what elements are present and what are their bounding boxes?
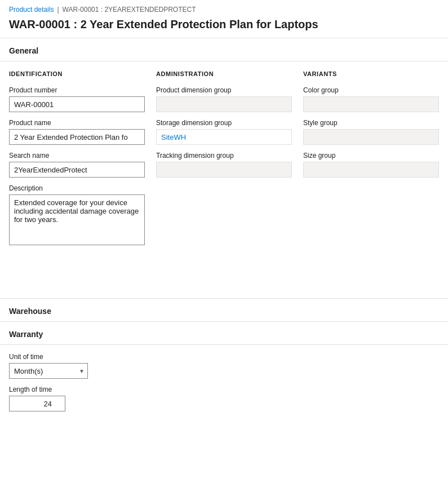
warranty-section: Warranty Unit of time Month(s) Year(s) D… bbox=[0, 321, 448, 430]
description-textarea[interactable]: Extended coverage for your device includ… bbox=[9, 194, 145, 245]
description-label: Description bbox=[9, 184, 145, 192]
variants-column: VARIANTS Color group Style group Size gr… bbox=[303, 70, 439, 254]
administration-column: ADMINISTRATION Product dimension group S… bbox=[156, 70, 292, 254]
warranty-section-body: Unit of time Month(s) Year(s) Day(s) ▼ L… bbox=[0, 345, 448, 430]
unit-of-time-group: Unit of time Month(s) Year(s) Day(s) ▼ bbox=[9, 353, 439, 379]
breadcrumb: Product details | WAR-00001 : 2YEAREXTEN… bbox=[0, 0, 448, 17]
variants-header: VARIANTS bbox=[303, 70, 439, 79]
product-name-group: Product name bbox=[9, 119, 145, 145]
length-of-time-label: Length of time bbox=[9, 386, 439, 393]
style-group-group: Style group bbox=[303, 119, 439, 145]
tracking-dimension-group: Tracking dimension group bbox=[156, 152, 292, 178]
warehouse-section: Warehouse bbox=[0, 298, 448, 321]
general-columns: IDENTIFICATION Product number Product na… bbox=[9, 70, 439, 254]
general-section-body: IDENTIFICATION Product number Product na… bbox=[0, 61, 448, 298]
general-section-header: General bbox=[0, 38, 448, 61]
page-title: WAR-00001 : 2 Year Extended Protection P… bbox=[0, 17, 448, 38]
length-of-time-input[interactable] bbox=[9, 396, 65, 411]
product-dimension-group: Product dimension group bbox=[156, 86, 292, 112]
color-group-label: Color group bbox=[303, 86, 439, 94]
page-container: Product details | WAR-00001 : 2YEAREXTEN… bbox=[0, 0, 448, 487]
size-group-input[interactable] bbox=[303, 162, 439, 178]
product-name-label: Product name bbox=[9, 119, 145, 127]
storage-dimension-link[interactable]: SiteWH bbox=[161, 133, 186, 141]
product-number-input[interactable] bbox=[9, 96, 145, 112]
style-group-label: Style group bbox=[303, 119, 439, 127]
storage-dimension-label: Storage dimension group bbox=[156, 119, 292, 127]
breadcrumb-current: WAR-00001 : 2YEAREXTENDEDPROTECT bbox=[63, 6, 196, 14]
breadcrumb-link[interactable]: Product details bbox=[9, 6, 54, 14]
warehouse-section-header: Warehouse bbox=[0, 299, 448, 321]
style-group-input[interactable] bbox=[303, 129, 439, 145]
product-number-group: Product number bbox=[9, 86, 145, 112]
identification-column: IDENTIFICATION Product number Product na… bbox=[9, 70, 145, 254]
product-name-input[interactable] bbox=[9, 129, 145, 145]
description-group: Description Extended coverage for your d… bbox=[9, 184, 145, 247]
product-number-label: Product number bbox=[9, 86, 145, 94]
length-of-time-group: Length of time bbox=[9, 386, 439, 411]
product-dimension-input[interactable] bbox=[156, 96, 292, 112]
search-name-group: Search name bbox=[9, 152, 145, 178]
search-name-input[interactable] bbox=[9, 162, 145, 178]
product-dimension-label: Product dimension group bbox=[156, 86, 292, 94]
unit-of-time-label: Unit of time bbox=[9, 353, 439, 361]
size-group-group: Size group bbox=[303, 152, 439, 178]
unit-of-time-wrapper: Month(s) Year(s) Day(s) ▼ bbox=[9, 363, 88, 379]
tracking-dimension-label: Tracking dimension group bbox=[156, 152, 292, 160]
breadcrumb-separator: | bbox=[57, 6, 59, 14]
administration-header: ADMINISTRATION bbox=[156, 70, 292, 79]
size-group-label: Size group bbox=[303, 152, 439, 160]
tracking-dimension-input[interactable] bbox=[156, 162, 292, 178]
warranty-section-header: Warranty bbox=[0, 322, 448, 345]
identification-header: IDENTIFICATION bbox=[9, 70, 145, 79]
general-section: General IDENTIFICATION Product number Pr… bbox=[0, 38, 448, 298]
color-group-input[interactable] bbox=[303, 96, 439, 112]
unit-of-time-select[interactable]: Month(s) Year(s) Day(s) bbox=[9, 363, 88, 379]
search-name-label: Search name bbox=[9, 152, 145, 160]
storage-dimension-group: Storage dimension group SiteWH bbox=[156, 119, 292, 145]
storage-dimension-value: SiteWH bbox=[156, 129, 292, 145]
color-group-group: Color group bbox=[303, 86, 439, 112]
